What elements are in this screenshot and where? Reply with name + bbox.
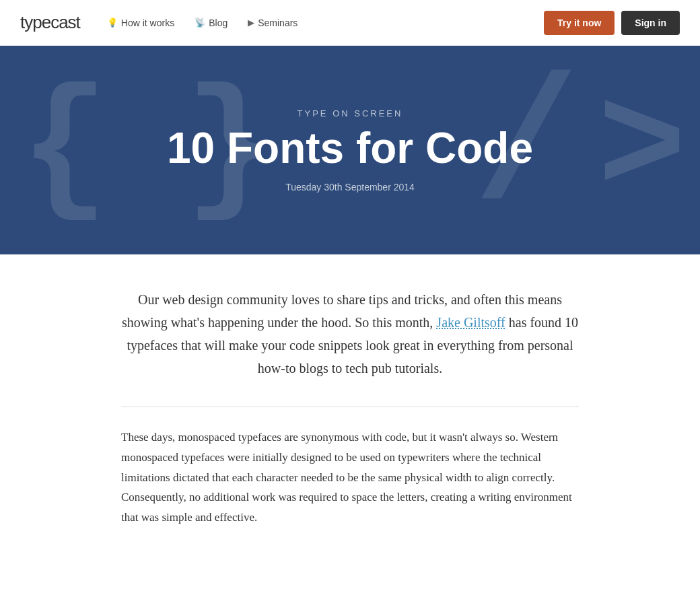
site-header: typecast 💡 How it works 📡 Blog ▶ Seminar… — [0, 0, 700, 46]
hero-title: 10 Fonts for Code — [167, 127, 533, 170]
jake-giltsoff-link[interactable]: Jake Giltsoff — [436, 315, 505, 330]
hero-subtitle: TYPE ON SCREEN — [167, 108, 533, 118]
nav-seminars[interactable]: ▶ Seminars — [248, 18, 298, 28]
hero-banner: { } / > TYPE ON SCREEN 10 Fonts for Code… — [0, 46, 700, 254]
body-paragraph-1: These days, monospaced typefaces are syn… — [121, 427, 579, 528]
try-it-now-button[interactable]: Try it now — [544, 11, 615, 35]
nav-blog[interactable]: 📡 Blog — [195, 18, 228, 28]
main-content: Our web design community loves to share … — [94, 254, 606, 568]
header-actions: Try it now Sign in — [544, 11, 680, 35]
nav-how-it-works[interactable]: 💡 How it works — [107, 18, 174, 28]
hero-content: TYPE ON SCREEN 10 Fonts for Code Tuesday… — [167, 108, 533, 193]
seminars-icon: ▶ — [248, 18, 254, 28]
sign-in-button[interactable]: Sign in — [621, 11, 680, 35]
blog-icon: 📡 — [195, 18, 205, 28]
how-it-works-icon: 💡 — [107, 18, 118, 28]
site-logo[interactable]: typecast — [20, 12, 80, 33]
hero-date: Tuesday 30th September 2014 — [167, 182, 533, 193]
hero-bg-chevron: > — [598, 76, 687, 224]
main-nav: 💡 How it works 📡 Blog ▶ Seminars — [107, 18, 544, 28]
intro-paragraph: Our web design community loves to share … — [121, 288, 579, 380]
content-divider — [121, 407, 579, 407]
